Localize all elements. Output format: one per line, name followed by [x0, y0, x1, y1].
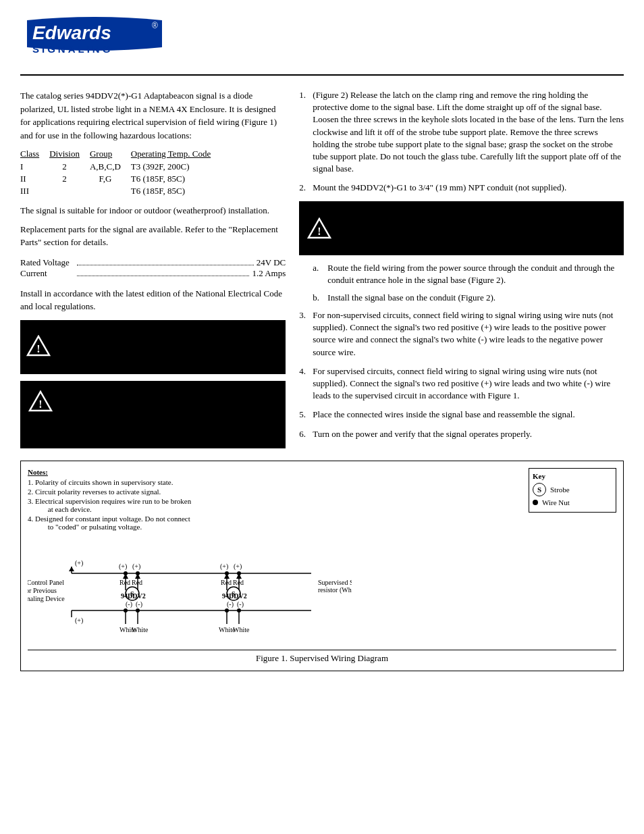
alpha-label: b.	[313, 292, 322, 304]
para-outdoor: The signal is suitable for indoor or out…	[20, 204, 286, 217]
svg-label: (+)	[75, 617, 83, 625]
steps-list-1: 1. (Figure 2) Release the latch on the c…	[299, 89, 624, 194]
svg-label: (+)	[119, 563, 127, 571]
svg-text:®: ®	[152, 21, 158, 30]
specs-section: Rated Voltage 24V DC Current 1.2 Amps	[20, 257, 286, 279]
key-item-strobe: S Strobe	[533, 483, 612, 496]
list-item: 1. (Figure 2) Release the latch on the c…	[299, 89, 624, 175]
list-item: 3. For non-supervised circuits, connect …	[299, 309, 624, 359]
cell: T6 (185F, 85C)	[131, 173, 221, 185]
warning-icon-area-1: !	[22, 321, 55, 373]
cell: T6 (185F, 85C)	[131, 185, 221, 197]
svg-text: Signaling Device	[28, 595, 65, 602]
step-number: 2.	[299, 182, 308, 194]
svg-label: (+)	[220, 563, 228, 571]
alpha-steps-list: a. Route the field wiring from the power…	[313, 262, 624, 305]
list-item: a. Route the field wiring from the power…	[313, 262, 624, 286]
col-group: Group	[90, 149, 131, 161]
svg-label: White	[233, 626, 250, 633]
current-label: Current	[20, 268, 74, 279]
warning-triangle-icon-2: !	[28, 390, 53, 412]
warning-content-1	[55, 321, 284, 373]
wire-nut-dot	[136, 571, 140, 575]
alpha-text: Install the signal base on the conduit (…	[327, 292, 495, 304]
para-replacement: Replacement parts for the signal are ava…	[20, 223, 286, 249]
cell: III	[20, 185, 49, 197]
svg-label: (-)	[136, 600, 142, 608]
step-text: (Figure 2) Release the latch on the clam…	[313, 89, 624, 175]
table-row: II 2 F,G T6 (185F, 85C)	[20, 173, 221, 185]
cell: II	[20, 173, 49, 185]
intro-paragraph: The catalog series 94DDV2(*)-G1 Adaptabe…	[20, 89, 286, 142]
step-text: Turn on the power and verify that the si…	[313, 428, 532, 440]
current-value: 1.2 Amps	[252, 268, 286, 279]
key-label-wirenut: Wire Nut	[542, 498, 570, 506]
steps-list-2: 3. For non-supervised circuits, connect …	[299, 309, 624, 440]
note-item: 2. Circuit polarity reverses to activate…	[28, 488, 522, 496]
wiring-diagram-svg: To Control Panel or Previous Signaling D…	[28, 536, 352, 644]
logo-container: Edwards ® SIGNALING	[20, 14, 169, 68]
note-item: 1. Polarity of circuits shown in supervi…	[28, 478, 522, 486]
cell: I	[20, 161, 49, 173]
svg-text: S	[232, 590, 236, 598]
step-number: 1.	[299, 89, 308, 175]
diagram-notes: Notes: 1. Polarity of circuits shown in …	[28, 468, 522, 646]
notes-header: Notes:	[28, 468, 522, 476]
svg-label: (+)	[132, 563, 140, 571]
wire-nut-dot	[124, 571, 128, 575]
list-item: 5. Place the connected wires inside the …	[299, 409, 624, 421]
install-note: Install in accordance with the latest ed…	[20, 287, 286, 313]
key-item-wirenut: Wire Nut	[533, 498, 612, 506]
wiring-svg-area: To Control Panel or Previous Signaling D…	[28, 536, 522, 646]
list-item: 6. Turn on the power and verify that the…	[299, 428, 624, 440]
class-table: Class Division Group Operating Temp. Cod…	[20, 149, 286, 197]
wire-nut-dot	[237, 571, 241, 575]
svg-label: Red	[221, 579, 232, 586]
step-number: 4.	[299, 365, 308, 402]
rated-voltage-label: Rated Voltage	[20, 257, 74, 268]
svg-text:SIGNALING: SIGNALING	[32, 43, 113, 55]
svg-text: To Control Panel	[28, 579, 64, 586]
warning-triangle-icon: !	[26, 335, 51, 357]
header: Edwards ® SIGNALING	[20, 14, 624, 76]
cell: T3 (392F, 200C)	[131, 161, 221, 173]
step-number: 6.	[299, 428, 308, 440]
step-text: For supervised circuits, connect field w…	[313, 365, 624, 402]
step-text: Mount the 94DDV2(*)-G1 to 3/4" (19 mm) N…	[313, 182, 566, 194]
wiring-diagram: Notes: 1. Polarity of circuits shown in …	[20, 461, 624, 671]
left-column: The catalog series 94DDV2(*)-G1 Adaptabe…	[20, 89, 286, 454]
list-item: b. Install the signal base on the condui…	[313, 292, 624, 304]
list-item: 4. For supervised circuits, connect fiel…	[299, 365, 624, 402]
note-item: 4. Designed for constant input voltage. …	[28, 515, 522, 531]
warning-box-1: !	[20, 320, 286, 374]
alpha-label: a.	[313, 262, 322, 286]
cell: F,G	[90, 173, 131, 185]
logo-svg: Edwards ® SIGNALING	[20, 14, 169, 68]
svg-label: (-)	[126, 600, 132, 608]
warning-box-2: !	[20, 381, 286, 448]
warning-icon-area-2: !	[22, 382, 59, 447]
svg-label: (-)	[227, 600, 234, 608]
spec-dots	[77, 276, 249, 276]
col-temp: Operating Temp. Code	[131, 149, 221, 161]
svg-text:!: !	[36, 343, 40, 355]
col-division: Division	[49, 149, 90, 161]
col-class: Class	[20, 149, 49, 161]
main-content: The catalog series 94DDV2(*)-G1 Adaptabe…	[20, 89, 624, 454]
key-title: Key	[533, 472, 612, 480]
cell	[90, 185, 131, 197]
svg-text: or Previous	[28, 587, 57, 594]
wire-nut-dot	[136, 608, 140, 613]
svg-text:Edwards: Edwards	[32, 22, 111, 43]
rated-voltage-line: Rated Voltage 24V DC	[20, 257, 286, 268]
warning-content-2	[59, 382, 284, 447]
list-item: 2. Mount the 94DDV2(*)-G1 to 3/4" (19 mm…	[299, 182, 624, 194]
svg-label: resistor (When Required)	[318, 586, 352, 594]
svg-text:!: !	[38, 398, 42, 410]
strobe-symbol-key: S	[533, 483, 546, 496]
svg-label: (-)	[237, 600, 244, 608]
svg-label: White	[132, 626, 149, 633]
svg-label: Red	[119, 579, 130, 586]
step-number: 3.	[299, 309, 308, 359]
wire-nut-dot	[225, 608, 229, 613]
